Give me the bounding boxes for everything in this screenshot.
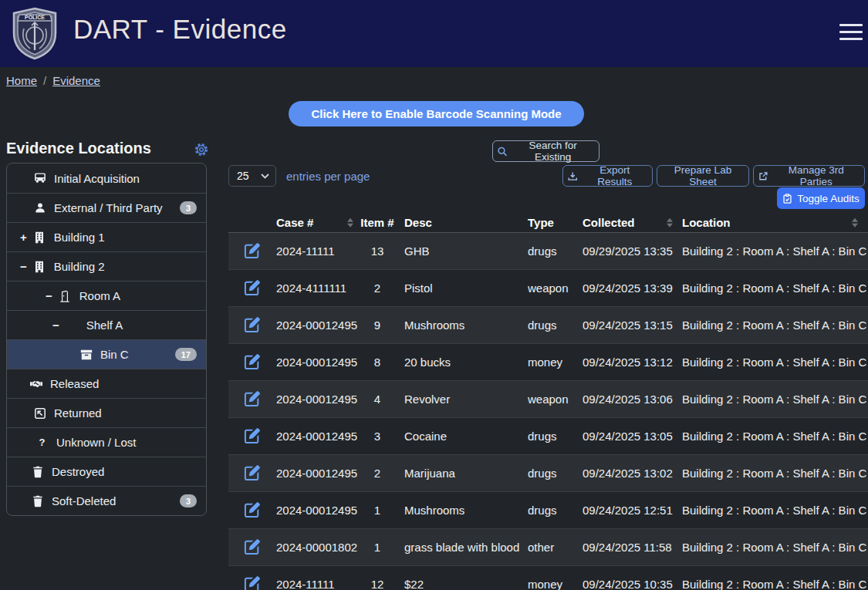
location-tree-item[interactable]: Returned xyxy=(7,398,206,427)
cell-item: 8 xyxy=(358,356,397,369)
edit-item-button[interactable] xyxy=(244,243,260,259)
edit-item-button[interactable] xyxy=(244,539,260,555)
door-icon xyxy=(59,289,72,302)
edit-item-button[interactable] xyxy=(244,465,260,481)
pencil-square-icon xyxy=(244,428,260,444)
column-header-location[interactable]: Location xyxy=(682,216,868,229)
prepare-lab-sheet-button[interactable]: Prepare Lab Sheet xyxy=(657,165,749,187)
cell-desc: Pistol xyxy=(397,282,528,295)
location-tree-item[interactable]: ? Unknown / Lost xyxy=(7,427,206,457)
toggle-audits-button[interactable]: Toggle Audits xyxy=(777,187,865,209)
external-link-icon xyxy=(758,171,768,181)
cell-type: weapon xyxy=(528,393,583,406)
return-icon xyxy=(33,406,46,420)
export-results-button[interactable]: Export Results xyxy=(562,165,653,187)
trash-icon xyxy=(31,494,44,507)
cell-desc: Mushrooms xyxy=(397,504,528,517)
cell-desc: 20 bucks xyxy=(397,356,528,369)
edit-item-button[interactable] xyxy=(244,428,260,444)
search-existing-button[interactable]: Search for Existing xyxy=(492,140,599,162)
location-tree-item[interactable]: Soft-Deleted 3 xyxy=(7,486,206,515)
location-tree-item[interactable]: Bin C 17 xyxy=(7,339,206,369)
cell-case: 2024-00001802 xyxy=(276,541,358,554)
location-tree-item[interactable]: + Building 1 xyxy=(7,222,206,251)
edit-item-button[interactable] xyxy=(244,576,260,590)
edit-item-button[interactable] xyxy=(244,391,260,407)
pencil-square-icon xyxy=(244,243,260,259)
sort-icon[interactable] xyxy=(667,217,673,228)
tree-toggle[interactable]: + xyxy=(20,231,27,244)
sort-icon[interactable] xyxy=(347,217,353,228)
evidence-page: POLICE DART - Evidence Home / Evidence E… xyxy=(0,0,868,590)
location-tree-item[interactable]: − Shelf A xyxy=(7,310,206,339)
cell-desc: Mushrooms xyxy=(397,319,528,332)
cell-item: 2 xyxy=(358,467,397,480)
location-tree-item[interactable]: Initial Acquisition xyxy=(7,164,206,193)
table-row: 2024-00001802 1 grass blade with blood o… xyxy=(228,529,868,566)
column-header-case[interactable]: Case # xyxy=(276,216,358,229)
column-header-collected[interactable]: Collected xyxy=(583,216,682,229)
edit-item-button[interactable] xyxy=(244,354,260,370)
cell-collected: 09/29/2025 13:35 xyxy=(583,244,682,258)
table-row: 2024-11111 12 $22 money 09/24/2025 10:35… xyxy=(228,566,868,590)
police-badge-logo[interactable]: POLICE xyxy=(10,7,59,60)
cell-location: Building 2 : Room A : Shelf A : Bin C xyxy=(682,244,868,258)
edit-item-button[interactable] xyxy=(244,280,260,296)
pencil-square-icon xyxy=(244,317,260,333)
sidebar-title: Evidence Locations xyxy=(6,140,151,157)
entries-per-page-select[interactable]: 25 xyxy=(228,165,276,187)
cell-collected: 09/24/2025 13:05 xyxy=(583,430,682,443)
cell-type: drugs xyxy=(528,504,583,517)
cell-item: 2 xyxy=(358,282,397,295)
cell-case: 2024-00012495 xyxy=(276,467,358,480)
cell-desc: Revolver xyxy=(397,393,528,406)
cell-collected: 09/24/2025 10:35 xyxy=(583,578,682,590)
count-badge: 17 xyxy=(175,348,197,361)
evidence-table: Case # Item # Desc Type Collected Locati… xyxy=(228,213,868,590)
cell-type: weapon xyxy=(528,282,583,295)
spacer xyxy=(66,319,79,332)
breadcrumb-home-link[interactable]: Home xyxy=(6,74,37,87)
app-header: POLICE DART - Evidence xyxy=(0,0,868,67)
column-header-type: Type xyxy=(528,216,583,229)
edit-item-button[interactable] xyxy=(244,317,260,333)
location-tree-item[interactable]: − Building 2 xyxy=(7,251,206,281)
sort-icon[interactable] xyxy=(852,217,858,228)
column-header-item: Item # xyxy=(358,216,397,229)
location-tree-item[interactable]: Released xyxy=(7,369,206,398)
cell-collected: 09/24/2025 13:02 xyxy=(583,467,682,480)
hamburger-icon[interactable] xyxy=(839,22,863,42)
table-row: 2024-00012495 4 Revolver weapon 09/24/20… xyxy=(228,381,868,418)
location-tree-item[interactable]: Destroyed xyxy=(7,457,206,486)
cell-collected: 09/24/2025 12:51 xyxy=(583,504,682,517)
location-tree-item[interactable]: External / Third Party 3 xyxy=(7,193,206,222)
cell-case: 2024-4111111 xyxy=(276,282,358,295)
entries-per-page-label: entries per page xyxy=(286,170,370,183)
cell-item: 3 xyxy=(358,430,397,443)
gear-icon[interactable] xyxy=(194,143,208,157)
column-header-desc: Desc xyxy=(397,216,528,229)
table-header-row: Case # Item # Desc Type Collected Locati… xyxy=(228,213,868,233)
cell-item: 4 xyxy=(358,393,397,406)
tree-toggle[interactable]: − xyxy=(46,289,52,302)
table-row: 2024-4111111 2 Pistol weapon 09/24/2025 … xyxy=(228,270,868,307)
cell-type: drugs xyxy=(528,467,583,480)
cell-case: 2024-11111 xyxy=(276,578,358,590)
cell-collected: 09/24/2025 13:06 xyxy=(583,393,682,406)
tree-toggle[interactable]: − xyxy=(20,260,27,273)
barcode-scanning-button[interactable]: Click Here to Enable Barcode Scanning Mo… xyxy=(289,101,584,126)
cell-location: Building 2 : Room A : Shelf A : Bin C xyxy=(682,430,868,443)
tree-toggle[interactable]: − xyxy=(52,319,59,332)
edit-item-button[interactable] xyxy=(244,502,260,518)
manage-3rd-parties-button[interactable]: Manage 3rd Parties xyxy=(753,165,865,187)
location-tree-item[interactable]: − Room A xyxy=(7,281,206,310)
clipboard-check-icon xyxy=(782,194,792,204)
cell-collected: 09/24/2025 11:58 xyxy=(583,541,682,554)
cell-location: Building 2 : Room A : Shelf A : Bin C xyxy=(682,467,868,480)
evidence-locations-tree: Initial Acquisition External / Third Par… xyxy=(6,163,207,516)
cell-type: drugs xyxy=(528,430,583,443)
cell-case: 2024-00012495 xyxy=(276,393,358,406)
breadcrumb-evidence-link[interactable]: Evidence xyxy=(52,74,100,87)
search-icon xyxy=(498,147,507,157)
count-badge: 3 xyxy=(180,494,197,507)
